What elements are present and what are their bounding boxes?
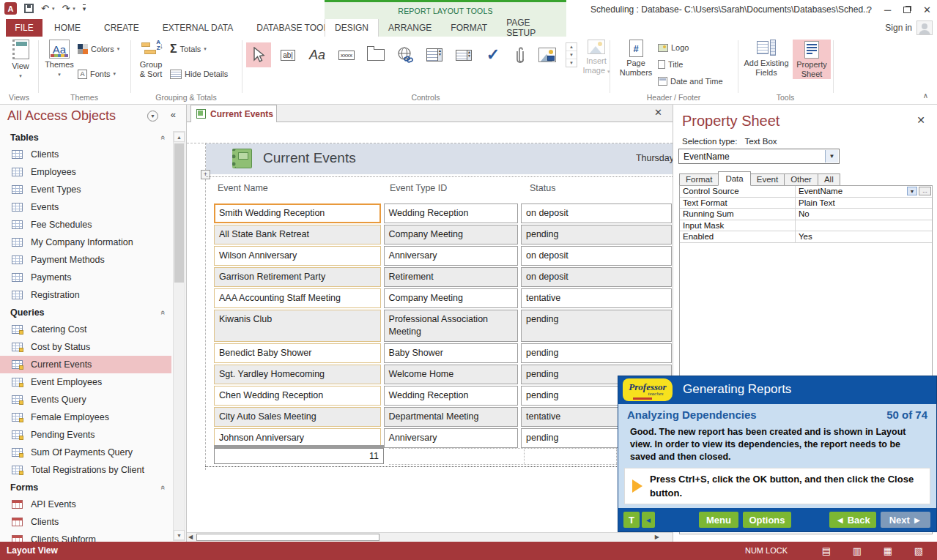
tab-control[interactable]	[363, 42, 388, 67]
cell-status[interactable]: on deposit	[521, 246, 672, 266]
cell-event-type[interactable]: Welcome Home	[384, 365, 518, 384]
controls-gallery-scroll[interactable]: ▲ ▼ ▼	[566, 42, 577, 67]
text-box-control[interactable]: ab|	[275, 42, 300, 67]
gallery-more-icon[interactable]: ▼	[566, 59, 577, 67]
document-close-icon[interactable]: ✕	[654, 107, 662, 118]
gallery-down-icon[interactable]: ▼	[566, 51, 577, 59]
cell-status[interactable]: pending	[521, 310, 672, 342]
cell-event-type[interactable]: Company Meeting	[384, 225, 518, 244]
nav-item-events-query[interactable]: Events Query	[0, 391, 171, 408]
nav-item-fee-schedules[interactable]: Fee Schedules	[0, 216, 171, 234]
layout-view-icon[interactable]: ▦	[878, 544, 897, 558]
property-sheet-button[interactable]: Property Sheet	[793, 40, 831, 79]
attachment-control[interactable]	[507, 42, 532, 67]
nav-item-sum-of-payments-query[interactable]: Sum Of Payments Query	[0, 444, 171, 461]
scroll-down-icon[interactable]: ▼	[174, 530, 185, 540]
nav-scrollbar[interactable]: ▲ ▼	[173, 131, 185, 541]
nav-item-clients[interactable]: Clients	[0, 513, 171, 531]
nav-item-pending-events[interactable]: Pending Events	[0, 426, 171, 444]
cell-event-name[interactable]: All State Bank Retreat	[214, 225, 381, 244]
nav-menu-icon[interactable]: ▼	[147, 111, 158, 122]
scroll-left-icon[interactable]: ◀	[188, 534, 193, 540]
print-preview-icon[interactable]: ▥	[848, 544, 867, 558]
undo-caret-icon[interactable]: ▾	[52, 6, 55, 12]
cell-status[interactable]: tentative	[521, 288, 672, 308]
account-avatar[interactable]	[916, 20, 933, 35]
save-icon[interactable]	[24, 4, 34, 13]
sign-in-link[interactable]: Sign in	[885, 19, 912, 37]
tab-design[interactable]: DESIGN	[325, 19, 379, 37]
nav-item-registration[interactable]: Registration	[0, 286, 171, 304]
collapse-ribbon-icon[interactable]: ∧	[923, 92, 928, 100]
nav-item-payments[interactable]: Payments	[0, 269, 171, 286]
scroll-up-icon[interactable]: ▲	[174, 132, 185, 142]
property-row-text-format[interactable]: Text Format Plain Text ▼ ...	[680, 198, 932, 209]
combo-dropdown-icon[interactable]: ▼	[825, 150, 838, 163]
cell-event-type[interactable]: Retirement	[384, 267, 518, 287]
redo-icon[interactable]: ↷	[62, 4, 70, 13]
cell-event-name[interactable]: Garrison Retirement Party	[214, 267, 381, 287]
tab-other[interactable]: Other	[784, 173, 818, 186]
cell-event-type[interactable]: Anniversary	[384, 428, 518, 448]
label-control[interactable]: Aa	[305, 42, 330, 67]
cell-status[interactable]: on deposit	[521, 204, 672, 223]
scroll-right-icon[interactable]: ▶	[655, 534, 659, 540]
nav-item-female-employees[interactable]: Female Employees	[0, 408, 171, 426]
cell-event-name[interactable]: Kiwanis Club	[214, 310, 381, 342]
column-header-event-type[interactable]: Event Type ID	[390, 183, 447, 193]
help-button[interactable]: ?	[867, 5, 872, 15]
property-dropdown-icon[interactable]: ▼	[907, 187, 917, 195]
document-tab-current-events[interactable]: Current Events	[190, 105, 277, 122]
redo-caret-icon[interactable]: ▾	[73, 6, 75, 12]
nav-item-current-events[interactable]: Current Events	[0, 356, 171, 373]
design-view-icon[interactable]: ▧	[909, 544, 928, 558]
title-button[interactable]: Title	[658, 56, 683, 72]
cell-event-name[interactable]: Sgt. Yardley Homecoming	[214, 365, 381, 384]
totals-button[interactable]: Σ Totals▾	[170, 41, 207, 57]
nav-item-catering-cost[interactable]: Catering Cost	[0, 321, 171, 338]
cell-event-name[interactable]: Benedict Baby Shower	[214, 343, 381, 363]
colors-button[interactable]: Colors▾	[78, 41, 119, 57]
nav-item-event-types[interactable]: Event Types	[0, 181, 171, 198]
nav-item-total-registrations-by-client[interactable]: Total Registrations by Client	[0, 461, 171, 479]
tab-arrange[interactable]: ARRANGE	[379, 19, 441, 37]
report-view-icon[interactable]: ▤	[817, 544, 836, 558]
tab-page-setup[interactable]: PAGE SETUP	[497, 19, 566, 37]
column-header-event-name[interactable]: Event Name	[218, 183, 268, 193]
list-box-control[interactable]: ▲▼	[422, 42, 447, 67]
cell-event-name[interactable]: Smith Wedding Reception	[214, 204, 381, 223]
tab-format[interactable]: FORMAT	[441, 19, 497, 37]
tutorial-menu-button[interactable]: Menu	[699, 512, 738, 528]
cell-event-name[interactable]: AAA Accounting Staff Meeting	[214, 288, 381, 308]
nav-scroll-thumb[interactable]	[174, 143, 184, 283]
cell-status[interactable]: pending	[521, 343, 672, 363]
property-row-input-mask[interactable]: Input Mask ▼ ...	[680, 220, 932, 232]
logo-button[interactable]: Logo	[658, 40, 689, 56]
minimize-button[interactable]: ─	[884, 5, 891, 15]
property-row-control-source[interactable]: Control Source EventName ▼ ...	[680, 186, 932, 198]
nav-item-cost-by-status[interactable]: Cost by Status	[0, 338, 171, 356]
cell-event-type[interactable]: Departmental Meeting	[384, 407, 518, 427]
tutorial-next-button[interactable]: Next ►	[881, 512, 930, 528]
report-header-band[interactable]: Current Events Thursday	[206, 143, 673, 174]
tab-format[interactable]: Format	[679, 173, 719, 186]
nav-item-payment-methods[interactable]: Payment Methods	[0, 251, 171, 269]
section-collapse-icon[interactable]: «	[159, 135, 168, 139]
group-sort-button[interactable]: AZ↓ Group & Sort	[135, 40, 167, 79]
report-date[interactable]: Thursday	[636, 153, 673, 163]
date-time-button[interactable]: Date and Time	[658, 73, 723, 89]
nav-collapse-icon[interactable]: «	[171, 109, 176, 120]
tab-data[interactable]: Data	[718, 171, 750, 186]
cell-event-name[interactable]: City Auto Sales Meeting	[214, 407, 381, 427]
close-button[interactable]: ✕	[923, 5, 931, 15]
nav-item-my-company-information[interactable]: My Company Information	[0, 234, 171, 251]
property-row-running-sum[interactable]: Running Sum No ▼ ...	[680, 209, 932, 220]
property-builder-icon[interactable]: ...	[919, 187, 931, 195]
column-header-status[interactable]: Status	[530, 183, 555, 193]
insert-image-button[interactable]: Insert Image ▾	[580, 40, 612, 76]
view-button[interactable]: View▾	[6, 40, 35, 81]
cell-event-name[interactable]: Wilson Anniversary	[214, 246, 381, 266]
record-count-box[interactable]: 11	[214, 448, 384, 464]
hide-details-button[interactable]: Hide Details	[170, 66, 228, 82]
combo-box-control[interactable]: ▲▼	[451, 42, 476, 67]
